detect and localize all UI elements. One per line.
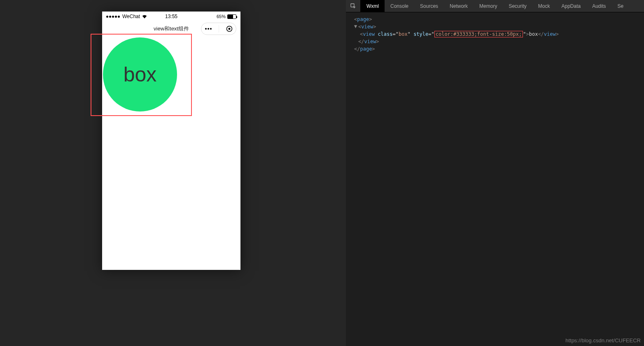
carrier-label: WeChat <box>122 14 140 19</box>
tab-console[interactable]: Console <box>385 0 414 12</box>
style-highlight: color:#333333;font-size:50px; <box>434 31 523 37</box>
tab-sources[interactable]: Sources <box>414 0 444 12</box>
battery-percent-label: 65% <box>217 14 226 19</box>
more-icon[interactable] <box>205 28 212 30</box>
devtools-panel: Wxml Console Sources Network Memory Secu… <box>346 0 644 346</box>
tab-wxml[interactable]: Wxml <box>361 0 385 12</box>
watermark-label: https://blog.csdn.net/CUFEECR <box>565 337 641 344</box>
tab-network[interactable]: Network <box>444 0 474 12</box>
close-target-icon[interactable] <box>226 26 233 32</box>
svg-point-4 <box>228 28 230 30</box>
svg-point-2 <box>210 28 212 30</box>
wifi-icon <box>142 14 147 19</box>
status-right: 65% <box>217 14 236 19</box>
tab-memory[interactable]: Memory <box>474 0 503 12</box>
wxml-tree[interactable]: <page> ▼<view> <view class="box" style="… <box>346 12 644 56</box>
box-view[interactable]: box <box>103 37 177 111</box>
clock-label: 13:55 <box>165 14 177 19</box>
box-text: box <box>124 63 157 86</box>
wxml-node-page-close[interactable]: </page> <box>348 45 642 53</box>
phone-simulator: WeChat 13:55 65% view和text组件 box <box>102 12 240 270</box>
svg-point-0 <box>205 28 207 30</box>
tab-more[interactable]: Se <box>612 0 630 12</box>
nav-bar: view和text组件 <box>102 21 240 36</box>
inspect-element-button[interactable] <box>346 0 361 12</box>
page-title: view和text组件 <box>154 25 189 33</box>
phone-content[interactable]: box <box>102 36 240 270</box>
wxml-node-view-open[interactable]: ▼<view> <box>348 23 642 30</box>
status-bar: WeChat 13:55 65% <box>102 12 240 21</box>
devtools-tabbar: Wxml Console Sources Network Memory Secu… <box>346 0 644 12</box>
tab-security[interactable]: Security <box>503 0 532 12</box>
svg-point-1 <box>208 28 209 30</box>
wxml-node-inner-view[interactable]: <view class="box" style="color:#333333;f… <box>348 30 642 38</box>
tab-appdata[interactable]: AppData <box>555 0 586 12</box>
tab-audits[interactable]: Audits <box>586 0 611 12</box>
capsule-divider <box>219 25 219 33</box>
capsule-button[interactable] <box>201 23 236 35</box>
signal-strength-icon <box>106 16 120 18</box>
wxml-node-page-open[interactable]: <page> <box>348 16 642 23</box>
battery-icon <box>227 14 236 19</box>
tab-mock[interactable]: Mock <box>532 0 556 12</box>
wxml-node-view-close[interactable]: </view> <box>348 38 642 45</box>
